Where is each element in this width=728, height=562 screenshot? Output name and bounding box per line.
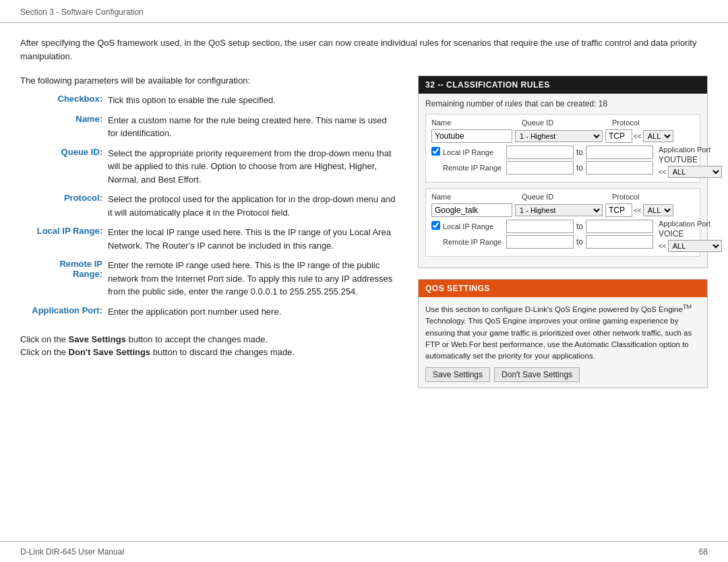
protocol-select-youtube[interactable]: ALL TCP UDP (643, 130, 673, 142)
page-container: Section 3 - Software Configuration After… (0, 0, 728, 562)
queue-select-wrap-youtube: 1 - Highest 2 - Higher 3 - Normal 4 - Be… (515, 130, 603, 142)
rule-fields-row-youtube: 1 - Highest 2 - Higher 3 - Normal 4 - Be… (431, 129, 694, 143)
app-port-col-googletalk: Application Port VOICE << ALL YOUTUBE VO… (659, 220, 722, 252)
ip-range-youtube: Local IP Range to Remote IP Range to (431, 146, 694, 178)
to-label-remote-googletalk: to (576, 237, 583, 247)
two-column-layout: The following parameters will be availab… (20, 75, 708, 388)
col-protocol-label-2: Protocol (612, 193, 694, 201)
classification-rules-body: Remaining number of rules that can be cr… (419, 94, 707, 268)
param-desc-app-port: Enter the application port number used h… (108, 304, 398, 324)
qos-buttons: Save Settings Don't Save Settings (425, 367, 700, 382)
bottom-bar: D-Link DIR-645 User Manual 68 (0, 541, 728, 562)
param-label-name: Name: (20, 113, 108, 146)
param-label-remote-ip: Remote IPRange: (20, 257, 108, 304)
save-section: Click on the Save Settings button to acc… (20, 334, 398, 357)
col-name-label-2: Name (431, 193, 519, 201)
col-queueid-label: Queue ID (522, 119, 609, 127)
app-port-select-googletalk[interactable]: ALL YOUTUBE VOICE (668, 240, 722, 252)
qos-body-text: Use this section to configure D-Link's Q… (425, 303, 700, 362)
intro-text: After specifying the QoS framework used,… (20, 36, 708, 63)
queue-select-wrap-googletalk: 1 - Highest 2 - Higher 3 - Normal 4 - Be… (515, 204, 603, 216)
trademark-superscript: TM (683, 303, 692, 310)
save-line1: Click on the Save Settings button to acc… (20, 334, 398, 344)
param-app-port: Application Port: Enter the application … (20, 304, 398, 324)
local-ip-to-googletalk[interactable] (586, 220, 653, 233)
param-protocol: Protocol: Select the protocol used for t… (20, 191, 398, 224)
remote-ip-to-youtube[interactable] (586, 161, 653, 175)
rule-name-input-googletalk[interactable] (431, 204, 512, 217)
param-desc-queueid: Select the appropriate priority requirem… (108, 146, 398, 192)
params-table: Checkbox: Tick this option to enable the… (20, 92, 398, 323)
param-checkbox: Checkbox: Tick this option to enable the… (20, 92, 398, 113)
remote-ip-from-youtube[interactable] (506, 161, 574, 175)
app-port-arrow-googletalk: << (659, 243, 667, 250)
param-desc-protocol: Select the protocol used for the applica… (108, 191, 398, 224)
checkbox-col-googletalk (431, 220, 440, 232)
protocol-arrow-youtube: << (634, 133, 642, 140)
app-port-arrow-youtube: << (659, 168, 667, 176)
qos-settings-header: QOS SETTINGS (419, 280, 707, 297)
bottom-bar-left: D-Link DIR-645 User Manual (20, 547, 124, 557)
app-port-select-wrap-googletalk: << ALL YOUTUBE VOICE (659, 240, 722, 252)
protocol-arrow-googletalk: << (634, 207, 642, 214)
remaining-text: Remaining number of rules that can be cr… (425, 99, 700, 108)
ip-range-googletalk: Local IP Range to Remote IP Range to (431, 220, 694, 252)
app-port-value-googletalk: VOICE (659, 229, 722, 239)
local-ip-row-googletalk: Local IP Range to (443, 220, 653, 233)
param-label-app-port: Application Port: (20, 304, 108, 324)
remote-ip-from-googletalk[interactable] (506, 235, 574, 249)
classification-rules-header: 32 -- CLASSIFICATION RULES (419, 76, 707, 94)
queue-select-youtube[interactable]: 1 - Highest 2 - Higher 3 - Normal 4 - Be… (515, 130, 603, 142)
app-port-label-googletalk: Application Port (659, 220, 722, 228)
qos-settings-panel: QOS SETTINGS Use this section to configu… (418, 279, 708, 388)
col-protocol-label: Protocol (612, 119, 694, 127)
app-port-value-youtube: YOUTUBE (659, 155, 722, 164)
dont-save-settings-button[interactable]: Don't Save Settings (494, 367, 580, 382)
protocol-text-youtube[interactable] (605, 129, 632, 143)
qos-settings-body: Use this section to configure D-Link's Q… (419, 297, 707, 387)
rule-row-youtube: Name Queue ID Protocol 1 - Highest (425, 114, 700, 183)
protocol-select-googletalk[interactable]: ALL TCP UDP (643, 204, 673, 216)
local-ip-from-youtube[interactable] (506, 146, 574, 159)
remote-ip-to-googletalk[interactable] (586, 235, 653, 249)
local-ip-from-googletalk[interactable] (506, 220, 574, 233)
param-desc-remote-ip: Enter the remote IP range used here. Thi… (108, 257, 398, 304)
rule-header-labels: Name Queue ID Protocol (431, 119, 694, 127)
bottom-bar-right: 68 (699, 547, 708, 557)
dont-save-settings-label: Don't Save Settings (69, 347, 151, 357)
params-title: The following parameters will be availab… (20, 75, 398, 86)
rule-header-labels-2: Name Queue ID Protocol (431, 193, 694, 201)
left-column: The following parameters will be availab… (20, 75, 398, 360)
col-name-label: Name (431, 119, 519, 127)
param-local-ip: Local IP Range: Enter the local IP range… (20, 224, 398, 257)
save-settings-button[interactable]: Save Settings (425, 367, 490, 382)
rule-checkbox-youtube[interactable] (431, 147, 440, 156)
rule-checkbox-googletalk[interactable] (431, 221, 440, 230)
rule-name-input-youtube[interactable] (431, 129, 512, 143)
rule-fields-row-googletalk: 1 - Highest 2 - Higher 3 - Normal 4 - Be… (431, 204, 694, 217)
checkbox-col-youtube (431, 146, 440, 158)
local-ip-label-googletalk: Local IP Range (443, 222, 504, 230)
queue-select-googletalk[interactable]: 1 - Highest 2 - Higher 3 - Normal 4 - Be… (515, 204, 603, 216)
to-label-remote-youtube: to (576, 163, 583, 173)
main-content: After specifying the QoS framework used,… (0, 23, 728, 541)
app-port-select-wrap-youtube: << ALL YOUTUBE VOICE (659, 166, 722, 178)
protocol-wrap-googletalk: << ALL TCP UDP (605, 204, 694, 217)
ip-fields-googletalk: Local IP Range to Remote IP Range to (443, 220, 653, 251)
param-queueid: Queue ID: Select the appropriate priorit… (20, 146, 398, 192)
col-queueid-label-2: Queue ID (522, 193, 609, 201)
remote-ip-label-youtube: Remote IP Range (443, 164, 504, 172)
param-label-protocol: Protocol: (20, 191, 108, 224)
top-bar: Section 3 - Software Configuration (0, 0, 728, 23)
param-name: Name: Enter a custom name for the rule b… (20, 113, 398, 146)
remote-ip-label-googletalk: Remote IP Range (443, 238, 504, 246)
app-port-select-youtube[interactable]: ALL YOUTUBE VOICE (668, 166, 722, 178)
classification-rules-panel: 32 -- CLASSIFICATION RULES Remaining num… (418, 75, 708, 268)
local-ip-label-youtube: Local IP Range (443, 148, 504, 156)
save-settings-label: Save Settings (69, 334, 126, 344)
local-ip-to-youtube[interactable] (586, 146, 653, 159)
protocol-wrap-youtube: << ALL TCP UDP (605, 129, 694, 143)
protocol-text-googletalk[interactable] (605, 204, 632, 217)
app-port-col-youtube: Application Port YOUTUBE << ALL YOUTUBE … (659, 146, 722, 178)
remote-ip-row-googletalk: Remote IP Range to (443, 235, 653, 249)
